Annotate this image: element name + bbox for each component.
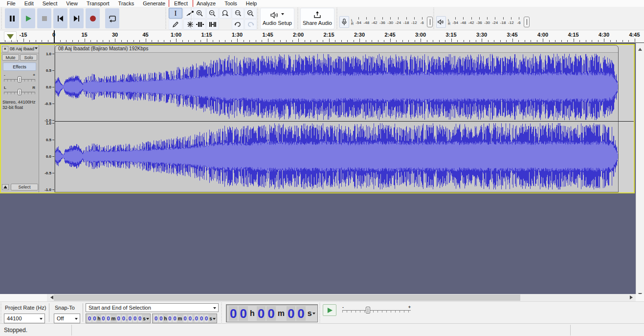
vertical-scrollbar[interactable]	[636, 43, 644, 301]
menu-view[interactable]: View	[62, 0, 82, 7]
scroll-left-arrow-icon[interactable]	[48, 295, 53, 299]
silence-audio-button[interactable]	[206, 19, 219, 30]
time-digit[interactable]: 0	[88, 315, 91, 322]
time-digit[interactable]: 0	[188, 315, 192, 322]
play-speed-slider[interactable]: -+	[342, 306, 411, 315]
record-button[interactable]	[86, 8, 100, 28]
time-digit[interactable]: 0	[287, 306, 295, 321]
record-meter-mic-button[interactable]	[339, 16, 349, 28]
time-dot[interactable]: .	[126, 315, 128, 321]
time-digit[interactable]: 0	[173, 315, 177, 322]
time-digit[interactable]: 0	[257, 306, 266, 321]
time-digit[interactable]: 0	[229, 306, 238, 321]
time-digit[interactable]: 0	[168, 315, 172, 322]
undo-button[interactable]	[232, 19, 244, 30]
menu-effect-highlighted[interactable]: Effect	[170, 0, 192, 7]
time-digit[interactable]: 0	[138, 315, 142, 322]
track-menu-caret-icon[interactable]	[35, 47, 38, 51]
draw-tool-button[interactable]	[169, 19, 182, 30]
selection-start-field[interactable]: 00h00m00.000s	[86, 314, 151, 323]
transport-toolbar-grip[interactable]	[1, 8, 3, 29]
tools-toolbar-grip[interactable]	[165, 8, 168, 29]
audio-position-display[interactable]: 00h00m00s	[226, 304, 318, 322]
menu-file[interactable]: File	[2, 0, 20, 7]
clip-title[interactable]: 08 Aaj Ibaadat (Bajirao Mastani) 192Kbps	[55, 45, 618, 53]
menu-analyze[interactable]: Analyze	[192, 0, 220, 7]
time-digit[interactable]: 0	[204, 315, 208, 322]
record-meter-clip-indicator[interactable]	[427, 17, 433, 27]
time-unit[interactable]: h	[250, 309, 255, 318]
playback-meter-speaker-button[interactable]	[436, 16, 446, 28]
skip-to-end-button[interactable]	[69, 8, 84, 28]
time-digit[interactable]: 0	[128, 315, 132, 322]
play-speed-slider-thumb[interactable]	[366, 307, 370, 314]
project-rate-combo[interactable]: 44100	[4, 314, 45, 323]
playback-meter-grip[interactable]	[433, 8, 436, 29]
selection-range-mode-combo[interactable]: Start and End of Selection	[86, 303, 219, 312]
time-dot[interactable]: .	[193, 315, 194, 321]
pan-slider[interactable]: LR	[4, 86, 35, 96]
audio-clip[interactable]: 08 Aaj Ibaadat (Bajirao Mastani) 192Kbps	[55, 45, 619, 192]
time-digit[interactable]: 0	[266, 306, 275, 321]
scroll-right-arrow-icon[interactable]	[630, 295, 635, 299]
zoom-in-button[interactable]	[194, 8, 206, 19]
time-unit[interactable]: h	[164, 316, 167, 321]
menu-edit[interactable]: Edit	[20, 0, 38, 7]
time-unit[interactable]: s	[143, 316, 146, 321]
record-meter-grip[interactable]	[336, 8, 339, 29]
time-unit[interactable]: m	[278, 309, 285, 318]
collapse-track-button[interactable]	[2, 184, 9, 190]
zoom-toggle-button[interactable]	[244, 8, 257, 19]
playback-meter[interactable]: LR -54-48-42-36-30-24-18-12-6	[436, 15, 530, 29]
edit-toolbar-grip[interactable]	[191, 8, 193, 29]
record-meter[interactable]: LR -54-48-42-36-30-24-18-12-6	[339, 15, 433, 29]
menu-help[interactable]: Help	[242, 0, 262, 7]
play-at-speed-grip[interactable]	[319, 303, 322, 322]
time-unit[interactable]: m	[111, 316, 116, 321]
time-toolbar-grip[interactable]	[221, 303, 223, 322]
snap-to-combo[interactable]: Off	[54, 314, 80, 323]
stop-button[interactable]	[37, 8, 51, 28]
selection-end-field[interactable]: 00h00m00.000s	[152, 314, 217, 323]
horizontal-scrollbar-thumb[interactable]	[54, 294, 520, 301]
audio-setup-grip[interactable]	[257, 8, 260, 29]
time-digit[interactable]: 0	[183, 315, 187, 322]
play-at-speed-button[interactable]	[323, 304, 336, 316]
time-digit[interactable]: 0	[200, 315, 203, 322]
menu-generate[interactable]: Generate	[138, 0, 170, 7]
time-digit[interactable]: 0	[159, 315, 163, 322]
time-unit[interactable]: s	[308, 309, 312, 318]
play-button[interactable]	[21, 8, 35, 28]
trim-audio-button[interactable]	[194, 19, 206, 30]
time-digit[interactable]: 0	[133, 315, 137, 322]
track-select-button[interactable]: Select	[11, 184, 38, 190]
effects-button[interactable]: Effects	[3, 63, 36, 71]
horizontal-scrollbar[interactable]	[0, 294, 644, 301]
time-digit[interactable]: 0	[106, 315, 110, 322]
selection-tool-button[interactable]: I	[169, 8, 182, 19]
selection-toolbar-grip[interactable]	[0, 303, 3, 322]
solo-button[interactable]: Solo	[20, 54, 37, 61]
menu-tools[interactable]: Tools	[220, 0, 242, 7]
gain-slider[interactable]: -+	[4, 73, 35, 83]
skip-to-start-button[interactable]	[53, 8, 67, 28]
share-audio-button[interactable]: Share Audio	[300, 8, 334, 29]
loop-button[interactable]	[105, 8, 119, 28]
time-digit[interactable]: 0	[239, 306, 247, 321]
track-close-button[interactable]: ×	[2, 46, 8, 52]
pan-slider-thumb[interactable]	[18, 89, 22, 95]
scroll-up-arrow-icon[interactable]	[638, 46, 642, 51]
waveform-area[interactable]: 08 Aaj Ibaadat (Bajirao Mastani) 192Kbps	[55, 45, 634, 192]
track-name[interactable]: 08 Aaj Ibaad	[10, 46, 35, 51]
audio-setup-button[interactable]: Audio Setup	[260, 8, 294, 29]
time-digit[interactable]: 0	[117, 315, 121, 322]
menu-select[interactable]: Select	[38, 0, 62, 7]
vertical-scale-ruler[interactable]: 1.00.50.0-0.5-1.01.00.50.0-0.5-1.0	[39, 45, 55, 192]
gain-slider-thumb[interactable]	[18, 76, 22, 83]
waveform-canvas[interactable]	[55, 53, 618, 192]
time-digit[interactable]: 0	[122, 315, 126, 322]
pause-button[interactable]	[5, 8, 19, 28]
timeline-ruler[interactable]: -1501530451:001:151:301:452:002:152:302:…	[0, 30, 644, 43]
time-unit[interactable]: m	[178, 316, 182, 321]
menu-transport[interactable]: Transport	[82, 0, 114, 7]
